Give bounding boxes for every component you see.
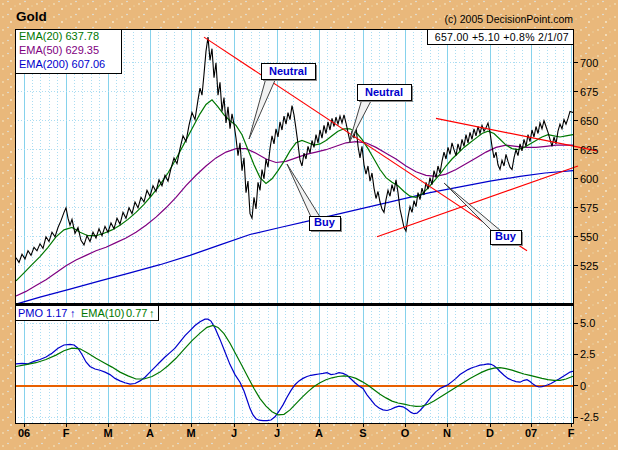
x-axis-label: D [486,427,494,439]
x-axis-label: O [401,427,410,439]
pmo-ema10-value: 0.77 [126,307,147,319]
annotation-label: Neutral [269,65,307,77]
x-axis-label: A [315,427,323,439]
x-axis-label: F [568,427,575,439]
y-axis-label: 625 [580,144,598,156]
x-axis-label: J [231,427,237,439]
quote-text: 657.00 +5.10 +0.8% 2/1/07 [435,31,569,43]
ema-legend: EMA(20) 637.78 EMA(50) 629.35 EMA(200) 6… [15,29,121,73]
x-axis-label: A [146,427,154,439]
pmo-legend: PMO 1.17 ↑ EMA(10) 0.77 ↑ [15,305,158,320]
x-axis-label: S [359,427,366,439]
annotation-label: Buy [314,216,336,228]
x-axis-label: M [186,427,195,439]
quote-strip: 657.00 +5.10 +0.8% 2/1/07 [427,29,573,44]
pmo-y-axis-label: -2.5 [580,411,599,423]
x-axis-label: F [63,427,70,439]
x-axis-label: 06 [18,427,30,439]
pmo-ema10-label: EMA(10) [81,307,124,319]
pmo-label: PMO [18,307,44,319]
gold-chart-image: NeutralNeutralBuyBuy 7006756506256005755… [0,0,618,450]
y-axis-label: 525 [580,260,598,272]
y-axis-label: 650 [580,115,598,127]
pmo-y-axis-label: 5.0 [580,317,595,329]
y-axis-label: 675 [580,86,598,98]
pmo-y-axis-label: 0 [580,380,586,392]
pmo-up-arrow-icon: ↑ [70,307,76,319]
pmo-y-axis-label: 2.5 [580,348,595,360]
x-axis-label: J [274,427,280,439]
ema50-legend-label: EMA(50) 629.35 [19,44,99,56]
pmo-ema10-up-arrow-icon: ↑ [149,307,155,319]
pmo-value: 1.17 [46,307,67,319]
x-axis-label: M [103,427,112,439]
y-axis-label: 575 [580,202,598,214]
x-axis-label: 07 [525,427,537,439]
y-axis-label: 550 [580,231,598,243]
decisionpoint-gold-chart: NeutralNeutralBuyBuy 7006756506256005755… [0,0,618,450]
ema200-legend-label: EMA(200) 607.06 [19,58,105,70]
y-axis-label: 600 [580,173,598,185]
annotation-label: Buy [495,230,517,242]
copyright-text: (c) 2005 DecisionPoint.com [445,13,574,25]
ema20-legend-label: EMA(20) 637.78 [19,30,99,42]
chart-title: Gold [16,9,47,24]
x-axis-label: N [443,427,451,439]
y-axis-label: 700 [580,57,598,69]
annotation-label: Neutral [365,86,403,98]
